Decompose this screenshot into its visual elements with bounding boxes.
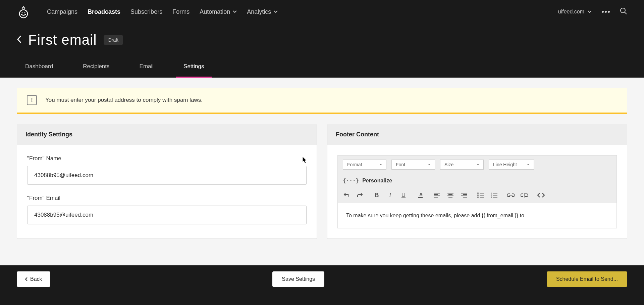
sub-navigation: Dashboard Recipients Email Settings xyxy=(0,56,644,78)
redo-button[interactable] xyxy=(356,191,364,199)
footer-body: Format Font Size Line Height xyxy=(327,145,627,238)
search-icon xyxy=(620,7,627,15)
link-icon xyxy=(507,193,515,197)
align-left-button[interactable] xyxy=(433,191,441,199)
svg-point-1 xyxy=(22,12,23,13)
personalize-icon: {···} xyxy=(343,177,359,184)
identity-body: "From" Name "From" Email xyxy=(17,145,317,234)
back-label: Back xyxy=(30,276,42,282)
editor-content[interactable]: To make sure you keep getting these emai… xyxy=(337,203,617,228)
svg-rect-6 xyxy=(418,197,423,198)
align-right-icon xyxy=(461,193,467,198)
schedule-button[interactable]: Schedule Email to Send... xyxy=(547,271,627,287)
from-email-input[interactable] xyxy=(27,206,307,224)
svg-point-2 xyxy=(24,12,25,13)
svg-point-21 xyxy=(477,194,479,196)
bullet-list-icon xyxy=(477,192,484,198)
dot-icon xyxy=(602,11,604,13)
underline-button[interactable]: U xyxy=(400,191,407,199)
identity-panel: Identity Settings "From" Name "From" Ema… xyxy=(17,124,317,239)
nav-automation-label: Automation xyxy=(200,8,230,15)
logo[interactable] xyxy=(17,5,30,18)
undo-button[interactable] xyxy=(343,191,350,199)
redo-icon xyxy=(357,192,363,198)
nav-automation[interactable]: Automation xyxy=(200,8,237,15)
code-button[interactable] xyxy=(537,191,545,199)
size-label: Size xyxy=(444,162,453,167)
svg-text:3: 3 xyxy=(491,196,492,198)
domain-label: uifeed.com xyxy=(558,9,584,15)
editor-toolbar: Format Font Size Line Height xyxy=(337,155,617,203)
align-center-icon xyxy=(447,193,453,198)
nav-analytics-label: Analytics xyxy=(247,8,271,15)
bold-button[interactable]: B xyxy=(373,191,380,199)
settings-panels: Identity Settings "From" Name "From" Ema… xyxy=(17,124,627,239)
italic-button[interactable]: I xyxy=(386,191,394,199)
domain-selector[interactable]: uifeed.com xyxy=(558,9,592,15)
warning-icon: ! xyxy=(27,95,37,105)
alert-message: You must enter your postal address to co… xyxy=(45,97,203,103)
tab-dashboard[interactable]: Dashboard xyxy=(17,56,60,78)
align-center-button[interactable] xyxy=(447,191,454,199)
from-name-label: "From" Name xyxy=(27,155,307,162)
caret-down-icon xyxy=(477,164,479,166)
footer-header: Footer Content xyxy=(327,124,627,145)
personalize-button[interactable]: {···} Personalize xyxy=(343,175,392,186)
chevron-down-icon xyxy=(274,10,278,13)
font-label: Font xyxy=(396,162,405,167)
size-select[interactable]: Size xyxy=(440,160,484,170)
warning-alert: ! You must enter your postal address to … xyxy=(17,88,627,114)
nav-subscribers[interactable]: Subscribers xyxy=(130,8,162,15)
personalize-label: Personalize xyxy=(362,178,392,184)
search-button[interactable] xyxy=(620,7,627,16)
unlink-button[interactable] xyxy=(521,191,528,199)
back-button[interactable]: Back xyxy=(17,271,50,287)
content-area: ! You must enter your postal address to … xyxy=(0,78,644,265)
undo-icon xyxy=(343,192,350,198)
nav-campaigns[interactable]: Campaigns xyxy=(47,8,77,15)
font-select[interactable]: Font xyxy=(391,160,435,170)
more-menu[interactable] xyxy=(602,11,610,13)
nav-analytics[interactable]: Analytics xyxy=(247,8,278,15)
svg-point-19 xyxy=(477,192,479,194)
tab-email[interactable]: Email xyxy=(132,56,161,78)
back-chevron[interactable] xyxy=(17,35,21,45)
align-right-button[interactable] xyxy=(460,191,468,199)
chevron-left-icon xyxy=(25,277,28,281)
status-badge: Draft xyxy=(104,35,123,45)
link-button[interactable] xyxy=(507,191,515,199)
nav-forms[interactable]: Forms xyxy=(172,8,190,15)
identity-header: Identity Settings xyxy=(17,124,317,145)
align-left-icon xyxy=(434,193,440,198)
footer-panel: Footer Content Format Font Size xyxy=(327,124,627,239)
bullet-list-button[interactable] xyxy=(477,191,484,199)
top-navigation: Campaigns Broadcasts Subscribers Forms A… xyxy=(0,0,644,24)
from-name-input[interactable] xyxy=(27,166,307,185)
text-color-icon: A xyxy=(417,192,424,199)
numbered-list-button[interactable]: 123 xyxy=(490,191,498,199)
format-select[interactable]: Format xyxy=(343,160,386,170)
nav-right: uifeed.com xyxy=(558,7,627,16)
main-nav: Campaigns Broadcasts Subscribers Forms A… xyxy=(47,8,548,15)
nav-broadcasts[interactable]: Broadcasts xyxy=(88,8,120,15)
from-email-label: "From" Email xyxy=(27,195,307,202)
tab-settings[interactable]: Settings xyxy=(176,56,211,78)
save-button[interactable]: Save Settings xyxy=(272,271,324,287)
svg-point-0 xyxy=(19,10,28,18)
breadcrumb: First email Draft xyxy=(0,24,644,56)
dot-icon xyxy=(608,11,610,13)
line-height-label: Line Height xyxy=(493,162,517,167)
tab-recipients[interactable]: Recipients xyxy=(75,56,117,78)
svg-line-4 xyxy=(625,12,627,14)
page-title: First email xyxy=(28,32,97,48)
unlink-icon xyxy=(521,193,528,198)
chevron-down-icon xyxy=(588,10,592,13)
bottom-bar: Back Save Settings Schedule Email to Sen… xyxy=(0,265,644,293)
caret-down-icon xyxy=(527,164,530,166)
caret-down-icon xyxy=(428,164,431,166)
text-color-button[interactable]: A xyxy=(417,191,424,199)
chevron-left-icon xyxy=(17,35,21,43)
code-icon xyxy=(537,193,545,198)
line-height-select[interactable]: Line Height xyxy=(489,160,534,170)
numbered-list-icon: 123 xyxy=(491,192,497,198)
